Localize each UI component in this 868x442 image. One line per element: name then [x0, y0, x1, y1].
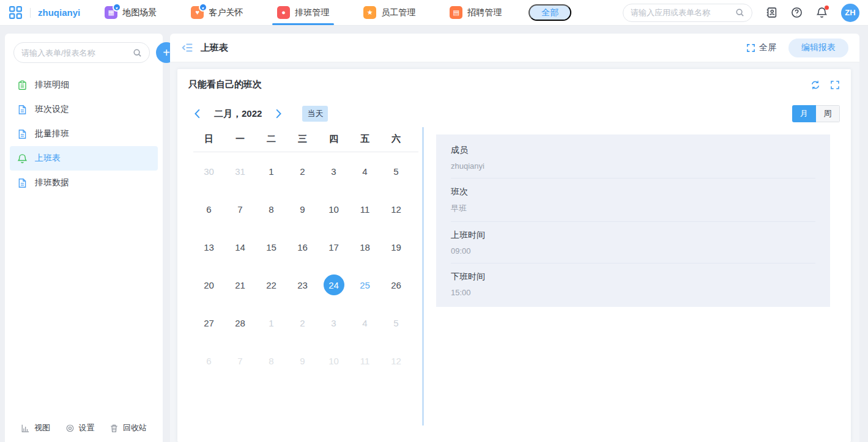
bell-icon — [17, 153, 28, 164]
sidebar-footer: 视图设置回收站 — [5, 414, 163, 442]
calendar-day[interactable]: 1 — [256, 152, 287, 190]
calendar-day[interactable]: 8 — [256, 342, 287, 380]
detail-field-label: 上班时间 — [451, 230, 815, 241]
calendar-day[interactable]: 7 — [224, 190, 256, 228]
app-tab-staff[interactable]: ★员工管理 — [363, 0, 415, 25]
calendar-day[interactable]: 27 — [193, 304, 224, 342]
all-apps-button[interactable]: 全部 — [529, 4, 571, 21]
calendar-day[interactable]: 20 — [193, 266, 224, 304]
sidebar-item-schedule-data[interactable]: 排班数据 — [10, 171, 158, 195]
selected-day-marker: 24 — [324, 274, 344, 295]
expand-icon[interactable] — [830, 80, 840, 90]
sidebar-item-schedule-detail[interactable]: 排班明细 — [10, 73, 158, 97]
avatar[interactable]: ZH — [841, 4, 859, 22]
search-icon[interactable] — [133, 48, 142, 57]
footer-settings-button[interactable]: 设置 — [65, 422, 95, 433]
edit-report-button[interactable]: 编辑报表 — [788, 39, 848, 57]
calendar-day[interactable]: 13 — [193, 228, 224, 266]
global-search[interactable] — [623, 4, 752, 22]
calendar-day[interactable]: 11 — [349, 342, 380, 380]
calendar-day[interactable]: 26 — [380, 266, 412, 304]
schedule-app-icon: ● — [277, 6, 290, 19]
calendar-day[interactable]: 3 — [318, 152, 349, 190]
calendar-day[interactable]: 6 — [193, 190, 224, 228]
app-tab-recruiting[interactable]: ▤招聘管理 — [450, 0, 502, 25]
collapse-sidebar-icon[interactable] — [181, 42, 193, 54]
sidebar-item-label: 批量排班 — [35, 128, 69, 139]
calendar-day[interactable]: 5 — [380, 304, 412, 342]
calendar-day[interactable]: 31 — [224, 152, 256, 190]
calendar-day[interactable]: 24 — [318, 266, 349, 304]
detail-field-value: 15:00 — [451, 288, 815, 297]
calendar-day[interactable]: 16 — [287, 228, 318, 266]
calendar-week-row: 272812345 — [193, 304, 418, 342]
calendar-day[interactable]: 30 — [193, 152, 224, 190]
footer-label: 视图 — [34, 422, 50, 433]
calendar-day[interactable]: 11 — [349, 190, 380, 228]
footer-label: 回收站 — [123, 422, 147, 433]
calendar-day[interactable]: 12 — [380, 342, 412, 380]
footer-views-button[interactable]: 视图 — [21, 422, 50, 433]
global-search-input[interactable] — [631, 8, 730, 17]
calendar-day[interactable]: 1 — [256, 304, 287, 342]
calendar-day[interactable]: 14 — [224, 228, 256, 266]
detail-field-value: 09:00 — [451, 246, 815, 256]
calendar-day[interactable]: 21 — [224, 266, 256, 304]
calendar-day[interactable]: 23 — [287, 266, 318, 304]
prev-month-icon[interactable] — [192, 108, 203, 119]
app-tab-scheduling[interactable]: ●排班管理 — [277, 0, 329, 25]
form-list: 排班明细班次设定批量排班上班表排班数据 — [5, 73, 163, 195]
calendar-day[interactable]: 6 — [193, 342, 224, 380]
form-search-input[interactable] — [21, 48, 129, 57]
calendar-day[interactable]: 25 — [349, 266, 380, 304]
calendar-day[interactable]: 4 — [349, 304, 380, 342]
refresh-icon[interactable] — [811, 80, 820, 90]
sidebar-item-shift-setting[interactable]: 班次设定 — [10, 97, 158, 122]
calendar-day[interactable]: 10 — [318, 190, 349, 228]
detail-field: 班次早班 — [451, 179, 815, 222]
calendar-day[interactable]: 12 — [380, 190, 412, 228]
calendar-day[interactable]: 7 — [224, 342, 256, 380]
form-search[interactable] — [13, 42, 150, 63]
today-button[interactable]: 当天 — [302, 106, 328, 122]
calendar-day[interactable]: 10 — [318, 342, 349, 380]
calendar-day[interactable]: 4 — [349, 152, 380, 190]
topbar-right: ZH — [623, 4, 859, 22]
calendar-day[interactable]: 5 — [380, 152, 412, 190]
search-icon[interactable] — [735, 8, 744, 17]
vertical-divider — [422, 127, 424, 425]
month-view-toggle[interactable]: 月 — [792, 105, 816, 122]
calendar-week-row: 20212223242526 — [193, 266, 418, 304]
calendar-day[interactable]: 18 — [349, 228, 380, 266]
next-month-icon[interactable] — [273, 108, 284, 119]
calendar-grid: 3031123456789101112131415161718192021222… — [193, 152, 418, 380]
calendar-day[interactable]: 17 — [318, 228, 349, 266]
contacts-icon[interactable] — [766, 7, 777, 18]
calendar-day[interactable]: 8 — [256, 190, 287, 228]
calendar-day[interactable]: 9 — [287, 342, 318, 380]
app-grid-icon[interactable] — [9, 6, 23, 20]
calendar-day[interactable]: 22 — [256, 266, 287, 304]
calendar-day[interactable]: 2 — [287, 304, 318, 342]
calendar-day[interactable]: 2 — [287, 152, 318, 190]
detail-field-label: 下班时间 — [451, 271, 815, 282]
weekday-label: 四 — [318, 126, 349, 152]
app-tab-customer[interactable]: ♥▸客户关怀 — [191, 0, 243, 25]
help-icon[interactable] — [791, 7, 803, 18]
calendar-day[interactable]: 19 — [380, 228, 412, 266]
workspace-name[interactable]: zhuqianyi — [38, 7, 80, 18]
app-tab-map-scene[interactable]: ▦▸地图场景 — [105, 0, 157, 25]
fullscreen-button[interactable]: 全屏 — [746, 42, 776, 53]
calendar-day[interactable]: 9 — [287, 190, 318, 228]
sidebar-item-work-timetable[interactable]: 上班表 — [10, 146, 158, 171]
calendar-day[interactable]: 15 — [256, 228, 287, 266]
footer-recycle-button[interactable]: 回收站 — [109, 422, 147, 433]
sidebar-item-batch-schedule[interactable]: 批量排班 — [10, 122, 158, 146]
report-card: 只能看自己的班次 — [177, 69, 851, 442]
calendar-day[interactable]: 28 — [224, 304, 256, 342]
detail-field-label: 成员 — [451, 145, 815, 156]
week-view-toggle[interactable]: 周 — [816, 105, 840, 122]
calendar-day[interactable]: 3 — [318, 304, 349, 342]
app-tab-label: 招聘管理 — [467, 7, 502, 18]
notifications-icon[interactable] — [816, 7, 828, 18]
